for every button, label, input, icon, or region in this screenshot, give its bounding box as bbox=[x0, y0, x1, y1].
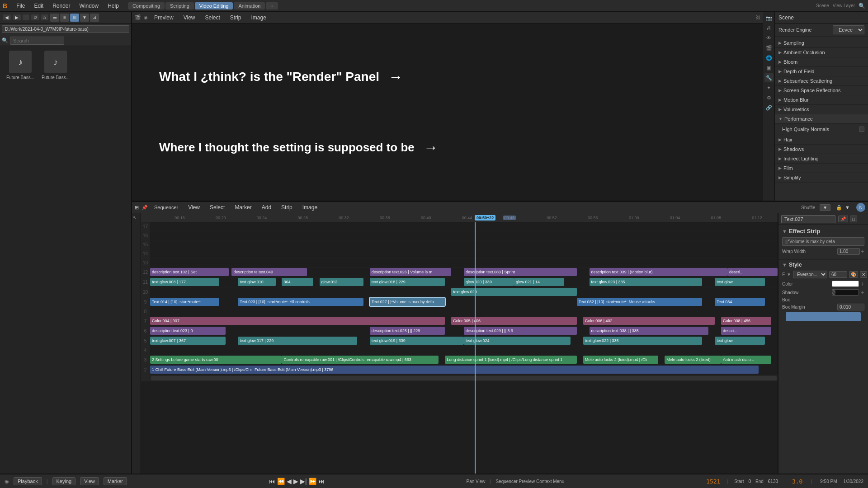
props-icon-output[interactable]: 🖨 bbox=[764, 23, 774, 33]
preview-view-label[interactable]: View bbox=[180, 14, 199, 22]
strip-glow-011[interactable]: 364 bbox=[282, 278, 313, 286]
nav-home-btn[interactable]: ⌂ bbox=[41, 14, 48, 20]
strip-desc-083[interactable]: description text.083 | Sprint bbox=[464, 268, 577, 276]
play-next-btn[interactable]: ⏩ bbox=[309, 478, 316, 485]
seq-view-menu[interactable]: View bbox=[184, 203, 203, 211]
props-icon-object[interactable]: ▣ bbox=[764, 63, 774, 72]
props-section-motblur[interactable]: ▶ Motion Blur bbox=[775, 95, 868, 105]
shadow-plus[interactable]: + bbox=[861, 289, 864, 296]
strip-desc-029[interactable]: description text.029 | || 3:9 bbox=[464, 327, 577, 335]
seq-image-menu[interactable]: Image bbox=[299, 203, 321, 211]
strip-glow-023[interactable]: text glow.023 | 335 bbox=[590, 278, 703, 286]
props-icon-view[interactable]: 👁 bbox=[764, 33, 774, 42]
strip-pin-btn[interactable]: 📌 bbox=[838, 216, 848, 222]
seq-tool-cursor[interactable]: ↖ bbox=[133, 215, 140, 222]
strip-desc-039[interactable]: description text.039 | (Motion blur) bbox=[590, 268, 727, 276]
strip-glow-017[interactable]: text glow.017 | 229 bbox=[238, 337, 357, 345]
strip-anti-mash[interactable]: Anti mash dialo... bbox=[721, 356, 771, 364]
preview-strip-label[interactable]: Strip bbox=[226, 14, 245, 22]
seq-marker-menu[interactable]: Marker bbox=[231, 203, 255, 211]
props-section-ssr[interactable]: ▶ Screen Space Reflections bbox=[775, 86, 868, 95]
props-section-perf[interactable]: ▼ Performance bbox=[775, 114, 868, 124]
seq-options-icon[interactable]: ▼ bbox=[845, 205, 850, 210]
nav-up-btn[interactable]: ↑ bbox=[23, 14, 29, 20]
strip-mele-2[interactable]: Mele auto locks 2 (fixed) bbox=[665, 356, 721, 364]
strip-view-btn[interactable]: □ bbox=[850, 216, 857, 222]
strip-color-008[interactable]: Color.008 | 456 bbox=[721, 317, 771, 325]
play-prev-btn[interactable]: ⏪ bbox=[277, 478, 285, 485]
strip-desc-025[interactable]: description text.025 | || 229 bbox=[370, 327, 445, 335]
strip-audio-chill[interactable]: 1 Chill Future Bass Edit (Main Version).… bbox=[150, 366, 759, 374]
strip-glow-022[interactable]: text glow.022 | 335 bbox=[583, 337, 703, 345]
menu-window[interactable]: Window bbox=[76, 2, 103, 10]
seq-select-menu[interactable]: Select bbox=[206, 203, 228, 211]
strip-desc-026[interactable]: description text.026 | Volume is m bbox=[370, 268, 451, 276]
strip-desc-023[interactable]: description text.023 | 0 bbox=[150, 327, 226, 335]
strip-text-value[interactable]: ||*Volume is max by defa bbox=[782, 237, 864, 246]
props-section-indirect[interactable]: ▶ Indirect Lighting bbox=[775, 154, 868, 164]
props-section-shadows[interactable]: ▶ Shadows bbox=[775, 145, 868, 154]
strip-glow-029[interactable]: text glow.029 bbox=[451, 288, 577, 296]
strip-color-005[interactable]: Color.005 | 406 bbox=[451, 317, 577, 325]
nav-forward-btn[interactable]: ▶ bbox=[13, 14, 21, 20]
seq-magnet-icon[interactable]: 🔒 bbox=[836, 205, 842, 211]
strip-desc-tail[interactable]: descri... bbox=[727, 268, 778, 276]
color-swatch[interactable] bbox=[832, 281, 859, 287]
strip-text-014[interactable]: Text.014 | [10]. start*mute*: bbox=[150, 298, 219, 306]
play-btn[interactable]: ▶ bbox=[293, 478, 298, 485]
file-item-1[interactable]: ♪ Future Bass... bbox=[5, 51, 36, 80]
strip-text-027[interactable]: Text.027 | |*Volume is max by defa bbox=[370, 298, 445, 306]
props-icon-particles[interactable]: ✦ bbox=[764, 83, 774, 92]
menu-render[interactable]: Render bbox=[49, 2, 74, 10]
search-input[interactable] bbox=[10, 37, 64, 45]
props-icon-scene[interactable]: 🎬 bbox=[764, 43, 774, 52]
seq-extra-btn[interactable]: N bbox=[856, 203, 865, 212]
seq-strip-menu[interactable]: Strip bbox=[278, 203, 296, 211]
hq-normals-checkbox[interactable] bbox=[859, 127, 864, 132]
strip-glow-007[interactable]: text glow.007 | 367 bbox=[150, 337, 226, 345]
menu-edit[interactable]: Edit bbox=[30, 2, 47, 10]
marker-btn[interactable]: Marker bbox=[104, 477, 127, 485]
strip-glow-tail[interactable]: text glow bbox=[715, 278, 765, 286]
strip-text-023[interactable]: Text.023 | [10]. start*mute*: All contro… bbox=[238, 298, 363, 306]
file-item-2[interactable]: ♪ Future Bass... bbox=[40, 51, 71, 80]
seq-add-menu[interactable]: Add bbox=[258, 203, 275, 211]
strip-settings[interactable]: 2 Settings before game starts raw.00 bbox=[150, 356, 282, 364]
color-plus[interactable]: + bbox=[861, 280, 864, 287]
strip-glow-020[interactable]: glow.020 | 339 bbox=[464, 278, 514, 286]
box-margin-input[interactable] bbox=[837, 304, 864, 310]
strip-name-input[interactable] bbox=[781, 215, 835, 223]
workspace-compositing[interactable]: Compositing bbox=[128, 2, 165, 9]
preview-image-label[interactable]: Image bbox=[248, 14, 270, 22]
strip-glow-021[interactable]: glow.021 | 14 bbox=[514, 278, 564, 286]
view-btn-status[interactable]: View bbox=[80, 477, 99, 485]
strip-color-006[interactable]: Color.006 | 402 bbox=[583, 317, 715, 325]
view-filter-btn[interactable]: ▼ bbox=[80, 14, 89, 22]
font-size-input[interactable] bbox=[829, 271, 847, 278]
play-end-btn[interactable]: ⏭ bbox=[318, 478, 325, 485]
strip-color-004[interactable]: Color.004 | 907 bbox=[150, 317, 445, 325]
strip-long-distance[interactable]: Long distance sprint 1 (fixed).mp4 | /Cl… bbox=[445, 356, 576, 364]
props-icon-constraints[interactable]: 🔗 bbox=[764, 103, 774, 112]
props-section-dof[interactable]: ▶ Depth of Field bbox=[775, 67, 868, 76]
playback-mode-btn[interactable]: Playback bbox=[14, 477, 42, 485]
props-icon-world[interactable]: 🌐 bbox=[764, 53, 774, 62]
play-fwd-one-btn[interactable]: ▶| bbox=[300, 478, 307, 485]
strip-desc-040[interactable]: text.040 bbox=[257, 268, 294, 276]
font-color-icon[interactable]: 🎨 bbox=[849, 271, 858, 278]
props-section-vol[interactable]: ▶ Volumetrics bbox=[775, 105, 868, 114]
menu-help[interactable]: Help bbox=[104, 2, 123, 10]
nav-reload-btn[interactable]: ↺ bbox=[31, 14, 39, 20]
workspace-video-editing[interactable]: Video Editing bbox=[195, 2, 233, 9]
strip-glow-008[interactable]: text glow.008 | 177 bbox=[150, 278, 219, 286]
menu-file[interactable]: File bbox=[13, 2, 28, 10]
shadow-swatch[interactable] bbox=[832, 289, 859, 296]
render-engine-select[interactable]: Eevee bbox=[833, 25, 864, 34]
wrap-width-plus[interactable]: + bbox=[861, 248, 864, 255]
keying-btn[interactable]: Keying bbox=[52, 477, 76, 485]
strip-desc-tail6[interactable]: descri... bbox=[721, 327, 771, 335]
strip-glow-018[interactable]: text glow.018 | 229 bbox=[370, 278, 445, 286]
strip-glow-tail5[interactable]: text glow bbox=[715, 337, 765, 345]
props-section-simplify[interactable]: ▶ Simplify bbox=[775, 173, 868, 183]
view-detail-btn[interactable]: ≡ bbox=[60, 14, 69, 22]
